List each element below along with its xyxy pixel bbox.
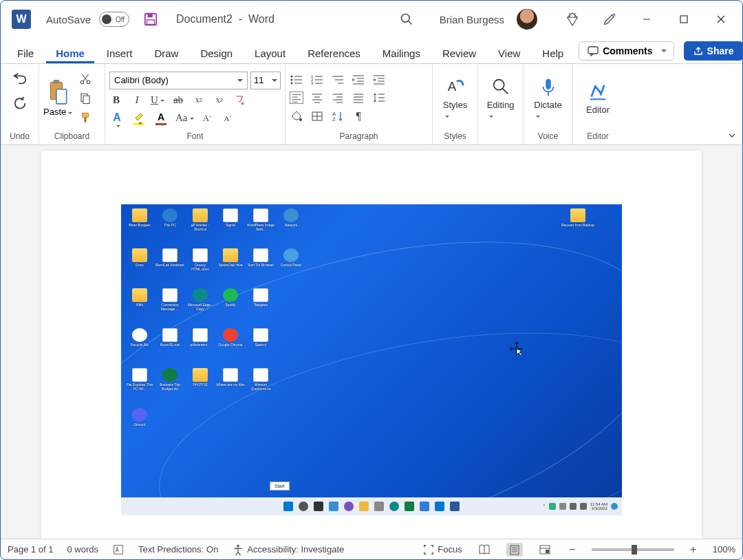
- autosave-label: AutoSave: [46, 14, 91, 25]
- comment-icon: [588, 45, 599, 56]
- status-words[interactable]: 0 words: [67, 544, 99, 554]
- web-layout-button[interactable]: [537, 543, 553, 557]
- font-color-button[interactable]: A: [153, 111, 169, 125]
- zoom-out-button[interactable]: −: [567, 543, 578, 556]
- desktop-icon: Control Panel: [277, 248, 305, 287]
- font-size-dropdown[interactable]: 11: [250, 72, 281, 89]
- tab-review[interactable]: Review: [433, 42, 486, 63]
- desktop-icon: Riffs: [125, 288, 154, 327]
- repeat-icon[interactable]: [12, 96, 28, 111]
- tab-help[interactable]: Help: [532, 42, 573, 63]
- status-focus[interactable]: Focus: [422, 543, 462, 556]
- numbering-icon[interactable]: 123: [310, 74, 324, 86]
- grow-font-button[interactable]: A˄: [201, 111, 215, 125]
- document-page: Brian BurgessThis PCgP Articles - Shortc…: [41, 151, 702, 539]
- document-area[interactable]: Brian BurgessThis PCgP Articles - Shortc…: [1, 145, 742, 539]
- pilcrow-icon[interactable]: ¶: [352, 109, 365, 123]
- desktop-icon: Google Chrome: [216, 328, 245, 367]
- clear-format-icon[interactable]: [233, 94, 246, 107]
- highlight-button[interactable]: [131, 111, 147, 125]
- desktop-icon-right: Recover from Backup: [561, 208, 594, 228]
- sort-icon[interactable]: AZ: [331, 110, 345, 122]
- tab-mailings[interactable]: Mailings: [373, 42, 430, 63]
- cut-icon[interactable]: [79, 73, 91, 85]
- change-case-button[interactable]: Aa: [175, 111, 194, 125]
- comments-button[interactable]: Comments: [579, 41, 674, 61]
- inserted-screenshot[interactable]: Brian BurgessThis PCgP Articles - Shortc…: [121, 204, 622, 515]
- underline-button[interactable]: U: [151, 94, 164, 107]
- minimize-button[interactable]: [631, 6, 663, 33]
- decrease-indent-icon[interactable]: [352, 74, 365, 86]
- italic-button[interactable]: I: [130, 94, 144, 107]
- subscript-button[interactable]: x2: [192, 94, 206, 107]
- multilevel-icon[interactable]: [331, 74, 345, 86]
- zoom-level[interactable]: 100%: [713, 544, 735, 554]
- tab-design[interactable]: Design: [191, 42, 242, 63]
- save-icon[interactable]: [143, 12, 158, 27]
- styles-button[interactable]: A Styles: [433, 74, 477, 123]
- group-label-font: Font: [109, 129, 281, 143]
- superscript-button[interactable]: x2: [213, 94, 226, 107]
- share-icon: [693, 46, 703, 56]
- user-name[interactable]: Brian Burgess: [440, 14, 504, 25]
- zoom-in-button[interactable]: +: [688, 543, 699, 556]
- svg-line-4: [408, 21, 411, 25]
- desktop-icon: Docs: [125, 248, 154, 287]
- svg-point-63: [299, 118, 302, 121]
- document-title[interactable]: Document2 - Word: [176, 13, 274, 25]
- desktop-icon: File Explorer This PC Wi...: [125, 368, 154, 407]
- bullets-icon[interactable]: [290, 74, 303, 86]
- paste-button[interactable]: Paste: [43, 79, 72, 117]
- collapse-ribbon-icon[interactable]: [727, 131, 737, 140]
- desktop-icon: Recycle Bin: [125, 328, 154, 367]
- diamond-icon[interactable]: [565, 12, 580, 27]
- text-effects-button[interactable]: A: [109, 111, 125, 125]
- strikethrough-button[interactable]: ab: [171, 94, 185, 107]
- tab-home[interactable]: Home: [46, 42, 94, 63]
- font-name-dropdown[interactable]: Calibri (Body): [109, 72, 248, 89]
- status-page[interactable]: Page 1 of 1: [8, 544, 54, 554]
- copy-icon[interactable]: [79, 92, 91, 105]
- status-accessibility[interactable]: Accessibility: Investigate: [232, 543, 344, 556]
- increase-indent-icon[interactable]: [372, 74, 386, 86]
- align-left-icon[interactable]: [290, 91, 303, 104]
- bold-button[interactable]: B: [109, 94, 123, 107]
- desktop-icon: Discord: [125, 408, 154, 446]
- tab-layout[interactable]: Layout: [245, 42, 295, 63]
- read-mode-button[interactable]: [476, 543, 493, 557]
- share-button[interactable]: Share: [684, 41, 743, 61]
- align-right-icon[interactable]: [331, 91, 345, 104]
- ribbon-tabs: File Home Insert Draw Design Layout Refe…: [1, 38, 742, 64]
- group-label-clipboard: Clipboard: [43, 129, 100, 143]
- desktop-icon: Groovy HTML.docx: [186, 248, 215, 287]
- autosave-toggle[interactable]: Off: [99, 12, 129, 27]
- justify-icon[interactable]: [352, 91, 365, 104]
- zoom-slider[interactable]: [592, 548, 674, 551]
- align-center-icon[interactable]: [310, 91, 324, 104]
- tab-draw[interactable]: Draw: [144, 42, 188, 63]
- editor-button[interactable]: Editor: [577, 78, 619, 118]
- tab-view[interactable]: View: [488, 42, 530, 63]
- pencil-icon[interactable]: [602, 12, 617, 27]
- dictate-button[interactable]: Dictate: [524, 74, 571, 123]
- avatar[interactable]: [517, 9, 537, 30]
- close-button[interactable]: [705, 6, 737, 33]
- shrink-font-button[interactable]: A˅: [222, 111, 235, 125]
- borders-icon[interactable]: [310, 110, 324, 122]
- tab-file[interactable]: File: [8, 42, 43, 63]
- undo-icon[interactable]: [11, 71, 29, 86]
- group-label-undo: Undo: [5, 129, 34, 143]
- tab-insert[interactable]: Insert: [97, 42, 142, 63]
- print-layout-button[interactable]: [506, 543, 523, 557]
- tab-references[interactable]: References: [298, 42, 370, 63]
- format-painter-icon[interactable]: [79, 111, 91, 124]
- maximize-button[interactable]: [668, 6, 700, 33]
- search-icon[interactable]: [400, 12, 413, 26]
- group-voice: Dictate Voice: [524, 64, 573, 144]
- editing-button[interactable]: Editing: [477, 74, 524, 123]
- status-predictions[interactable]: Text Predictions: On: [138, 544, 218, 554]
- spellcheck-icon[interactable]: [112, 543, 125, 556]
- svg-point-23: [291, 78, 293, 80]
- line-spacing-icon[interactable]: [372, 91, 386, 104]
- shading-icon[interactable]: [290, 110, 303, 122]
